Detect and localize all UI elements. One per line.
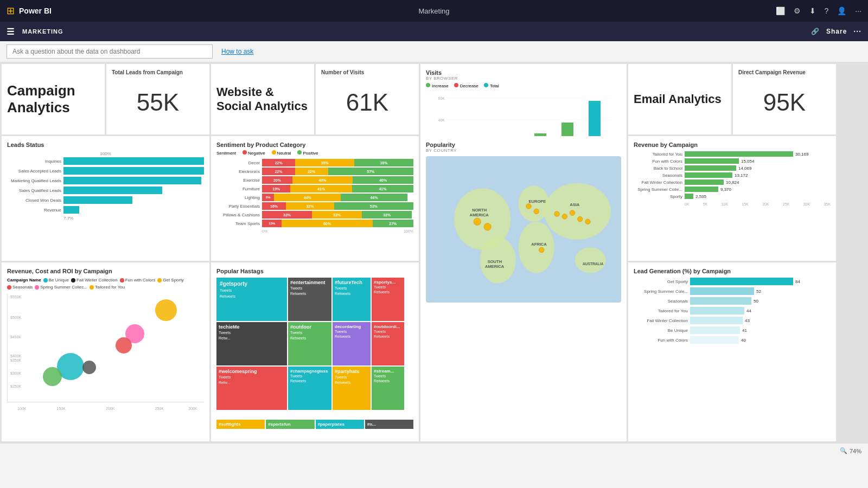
popularity-card: Popularity BY COUNTRY NORTH AMERICA SOUT… bbox=[420, 136, 627, 441]
revenue-campaign-bars: Tailored for You 30,169 Fun with Colors … bbox=[634, 151, 831, 199]
lead-gen-bars: Get Sporty 84 Spring Summer Cole... 52 S… bbox=[634, 278, 831, 344]
svg-point-37 bbox=[484, 223, 491, 230]
svg-text:AMERICA: AMERICA bbox=[470, 213, 489, 217]
sentiment-title: Sentiment by Product Category bbox=[216, 142, 413, 148]
revenue-cost-card: Revenue, Cost and ROI by Campaign Campai… bbox=[2, 262, 209, 441]
revenue-cost-scatter: Revenue $550K $500K $450K $400K $350K $3… bbox=[7, 294, 204, 402]
svg-point-40 bbox=[554, 211, 559, 216]
share-button[interactable]: Share bbox=[826, 28, 847, 35]
email-analytics-title: Email Analytics bbox=[634, 92, 722, 106]
sentiment-rows: Decor 22% 39% 39% Electronics 22% 22% 57… bbox=[216, 159, 413, 233]
svg-text:NORTH: NORTH bbox=[472, 208, 487, 213]
visits-browser-title: Visits bbox=[426, 69, 621, 76]
lead-gen-card: Lead Generation (%) by Campaign Get Spor… bbox=[628, 262, 836, 441]
direct-revenue-title: Direct Campaign Revenue bbox=[738, 69, 831, 75]
svg-point-26 bbox=[544, 183, 611, 240]
svg-point-39 bbox=[534, 209, 539, 214]
sub-navigation: ☰ MARKETING 🔗 Share ··· bbox=[0, 22, 868, 41]
display-icon[interactable]: ⬜ bbox=[776, 7, 785, 15]
qa-input[interactable] bbox=[7, 44, 213, 59]
direct-revenue-card: Direct Campaign Revenue 95K bbox=[733, 64, 836, 134]
total-leads-title: Total Leads from Campaign bbox=[112, 69, 204, 75]
email-analytics-card: Email Analytics bbox=[628, 64, 731, 134]
svg-point-36 bbox=[474, 218, 481, 225]
svg-text:AFRICA: AFRICA bbox=[531, 242, 547, 247]
settings-icon[interactable]: ⚙ bbox=[794, 7, 801, 15]
popularity-subtitle: BY COUNTRY bbox=[426, 148, 621, 153]
sentiment-card: Sentiment by Product Category Sentiment … bbox=[211, 136, 419, 261]
leads-status-min-pct: 7.7% bbox=[7, 216, 204, 221]
zoom-icon: 🔍 bbox=[840, 447, 847, 454]
decrease-legend: Decrease bbox=[454, 83, 478, 88]
revenue-cost-legend: Campaign Name Be Unique Fall Winter Coll… bbox=[7, 278, 204, 290]
svg-text:ASIA: ASIA bbox=[570, 202, 580, 207]
sentiment-legend: Sentiment Negative Neutral Positive bbox=[216, 150, 413, 156]
page-title: Marketing bbox=[418, 7, 449, 15]
website-social-title: Website & Social Analytics bbox=[216, 85, 309, 114]
hamburger-icon[interactable]: ☰ bbox=[7, 27, 15, 37]
svg-text:60K: 60K bbox=[438, 97, 445, 100]
increase-legend: Increase bbox=[426, 83, 449, 88]
svg-point-41 bbox=[562, 214, 567, 219]
svg-point-38 bbox=[526, 204, 531, 209]
share-icon: 🔗 bbox=[811, 28, 820, 35]
leads-status-bars: Inquiries Sales Accepted Leads Marketing… bbox=[7, 157, 204, 214]
campaign-analytics-card: Campaign Analytics bbox=[2, 64, 105, 134]
more-options-icon[interactable]: ··· bbox=[855, 7, 861, 15]
leads-status-title: Leads Status bbox=[7, 142, 204, 148]
total-legend: Total bbox=[484, 83, 499, 88]
revenue-campaign-title: Revenue by Campaign bbox=[634, 142, 831, 148]
workspace-title: MARKETING bbox=[22, 28, 63, 35]
svg-point-43 bbox=[577, 216, 582, 221]
website-social-card: Website & Social Analytics bbox=[211, 64, 314, 134]
num-visits-value: 61K bbox=[321, 75, 413, 129]
hashtags-grid: #getsportyTweetsRetweets #entertainmentT… bbox=[216, 278, 413, 419]
leads-status-pct-top: 100% bbox=[7, 151, 204, 156]
brand-name: Power BI bbox=[19, 7, 52, 15]
svg-text:AUSTRALIA: AUSTRALIA bbox=[583, 262, 603, 266]
direct-revenue-value: 95K bbox=[738, 75, 831, 129]
revenue-campaign-card: Revenue by Campaign Tailored for You 30,… bbox=[628, 136, 836, 261]
top-navigation: ⊞ Power BI Marketing ⬜ ⚙ ⬇ ? 👤 ··· bbox=[0, 0, 868, 22]
total-leads-value: 55K bbox=[112, 75, 204, 129]
total-leads-card: Total Leads from Campaign 55K bbox=[106, 64, 209, 134]
num-visits-card: Number of Visits 61K bbox=[316, 64, 419, 134]
app-grid-icon[interactable]: ⊞ bbox=[7, 5, 15, 17]
popular-hashtags-title: Popular Hastags bbox=[216, 268, 413, 274]
bottom-bar: 🔍 74% bbox=[0, 443, 868, 458]
leads-status-card: Leads Status 100% Inquiries Sales Accept… bbox=[2, 136, 209, 261]
revenue-cost-title: Revenue, Cost and ROI by Campaign bbox=[7, 268, 204, 274]
lead-gen-title: Lead Generation (%) by Campaign bbox=[634, 268, 831, 274]
zoom-label[interactable]: 74% bbox=[850, 448, 861, 454]
download-icon[interactable]: ⬇ bbox=[809, 7, 816, 15]
svg-point-25 bbox=[519, 222, 554, 273]
popularity-title: Popularity bbox=[426, 142, 621, 148]
visits-browser-subtitle: BY BROWSER bbox=[426, 76, 621, 81]
svg-text:AMERICA: AMERICA bbox=[485, 264, 505, 269]
campaign-analytics-title: Campaign Analytics bbox=[7, 82, 99, 116]
overflow-icon[interactable]: ··· bbox=[853, 27, 861, 36]
svg-point-27 bbox=[575, 247, 606, 273]
user-icon[interactable]: 👤 bbox=[837, 7, 846, 15]
how-to-ask-link[interactable]: How to ask bbox=[221, 48, 253, 55]
svg-point-42 bbox=[570, 210, 575, 215]
svg-point-45 bbox=[539, 247, 544, 252]
svg-text:EUROPE: EUROPE bbox=[528, 199, 546, 204]
svg-text:SOUTH: SOUTH bbox=[488, 259, 502, 264]
world-map: NORTH AMERICA SOUTH AMERICA EUROPE AFRIC… bbox=[426, 156, 621, 303]
svg-text:40K: 40K bbox=[438, 118, 445, 122]
help-icon[interactable]: ? bbox=[825, 7, 829, 15]
num-visits-title: Number of Visits bbox=[321, 69, 413, 75]
popular-hashtags-card: Popular Hastags #getsportyTweetsRetweets… bbox=[211, 262, 419, 441]
svg-point-44 bbox=[585, 219, 590, 224]
visits-legend: Increase Decrease Total bbox=[426, 83, 621, 88]
